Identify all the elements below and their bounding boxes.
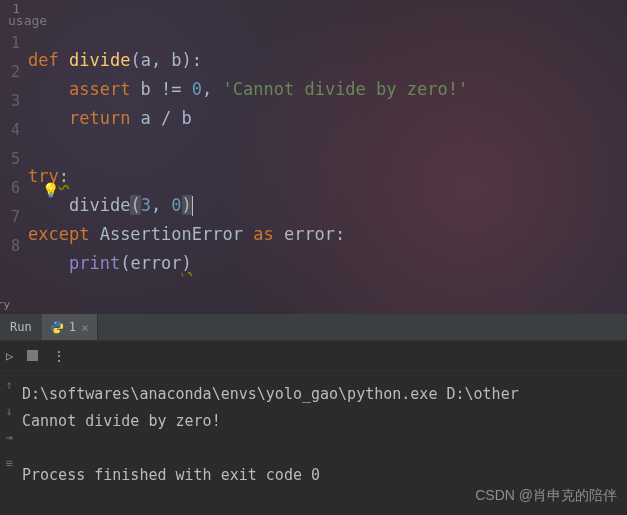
more-icon[interactable]: ⋮	[52, 348, 67, 364]
paren: ):	[182, 50, 202, 70]
lightbulb-icon[interactable]: 💡	[42, 182, 59, 198]
line-number: 3	[0, 87, 28, 116]
code-editor[interactable]: 1 usage 1 2 3 4 5 6 7 8 💡 def divide(a, …	[0, 0, 627, 313]
paren: (	[120, 253, 130, 273]
string: 'Cannot divide by zero!'	[223, 79, 469, 99]
line-number: 7	[0, 203, 28, 232]
paren: (	[130, 50, 140, 70]
svg-point-1	[58, 331, 59, 332]
console-toolbar: ▷ ⋮	[0, 341, 627, 371]
run-tab-bar: Run 1 ×	[0, 313, 627, 341]
svg-point-0	[54, 322, 55, 323]
scroll-icon[interactable]: ≡	[5, 456, 12, 470]
paren: )	[182, 253, 192, 273]
keyword-as: as	[243, 224, 284, 244]
console-side-toolbar: ↑ ↓ ⇥ ≡	[0, 372, 18, 470]
identifier: a	[141, 108, 151, 128]
console-line: D:\softwares\anaconda\envs\yolo_gao\pyth…	[22, 385, 519, 403]
step-up-icon[interactable]: ↑	[5, 378, 12, 392]
step-down-icon[interactable]: ↓	[5, 404, 12, 418]
usage-hint: 1 usage	[0, 3, 28, 29]
run-config-tab[interactable]: 1 ×	[42, 314, 98, 340]
identifier: b	[141, 79, 151, 99]
close-icon[interactable]: ×	[81, 320, 89, 335]
operator: !=	[151, 79, 192, 99]
identifier: b	[182, 108, 192, 128]
colon: :	[59, 166, 69, 186]
number: 0	[192, 79, 202, 99]
console-line: Cannot divide by zero!	[22, 412, 221, 430]
code-content[interactable]: def divide(a, b): assert b != 0, 'Cannot…	[28, 0, 627, 313]
keyword-return: return	[69, 108, 141, 128]
builtin-print: print	[69, 253, 120, 273]
exception-type: AssertionError	[100, 224, 243, 244]
keyword-assert: assert	[69, 79, 141, 99]
python-icon	[50, 320, 64, 334]
tab-label: 1	[69, 320, 76, 334]
number: 0	[171, 195, 181, 215]
softwrap-icon[interactable]: ⇥	[5, 430, 12, 444]
function-call: divide	[69, 195, 130, 215]
comma: ,	[202, 79, 222, 99]
operator: /	[151, 108, 182, 128]
function-name: divide	[69, 50, 130, 70]
run-panel-label[interactable]: Run	[0, 320, 42, 334]
comma: ,	[151, 50, 171, 70]
text-cursor	[192, 196, 193, 216]
side-panel-label[interactable]: ry	[0, 298, 10, 311]
line-number: 4	[0, 116, 28, 145]
console-line: Process finished with exit code 0	[22, 466, 320, 484]
colon: :	[335, 224, 345, 244]
number: 3	[141, 195, 151, 215]
line-number: 2	[0, 58, 28, 87]
rerun-icon[interactable]: ▷	[6, 349, 13, 363]
line-gutter: 1 usage 1 2 3 4 5 6 7 8	[0, 0, 28, 313]
line-number: 5	[0, 145, 28, 174]
identifier: error	[130, 253, 181, 273]
stop-icon[interactable]	[27, 350, 38, 361]
param: b	[171, 50, 181, 70]
line-number: 6	[0, 174, 28, 203]
param: a	[141, 50, 151, 70]
keyword-def: def	[28, 50, 69, 70]
identifier: error	[284, 224, 335, 244]
paren: )	[182, 195, 192, 215]
line-number: 8	[0, 232, 28, 261]
keyword-except: except	[28, 224, 100, 244]
paren: (	[130, 195, 140, 215]
line-number: 1	[0, 29, 28, 58]
watermark: CSDN @肖申克的陪伴	[475, 487, 617, 505]
comma: ,	[151, 195, 171, 215]
